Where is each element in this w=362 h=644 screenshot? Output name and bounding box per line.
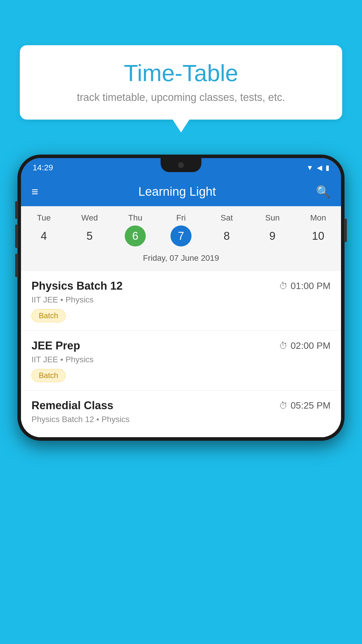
day-name: Tue [37,213,51,223]
day-number[interactable]: 8 [216,225,237,246]
volume-silent-button [15,201,18,219]
day-name: Sat [221,213,233,223]
day-name: Thu [128,213,142,223]
day-cell-fri[interactable]: Fri7 [164,213,198,246]
phone-frame: 14:29 ▼ ◀ ▮ ≡ Learning Light 🔍 Tue4We [17,155,345,441]
schedule-item[interactable]: Physics Batch 12⏱01:00 PMIIT JEE • Physi… [21,271,341,331]
clock-icon: ⏱ [279,401,288,411]
schedule-item-title: Physics Batch 12 [31,280,123,292]
time-text: 02:00 PM [291,340,331,351]
day-cell-tue[interactable]: Tue4 [26,213,61,246]
day-number[interactable]: 6 [125,225,146,246]
selected-date-label: Friday, 07 June 2019 [21,250,341,267]
app-title: Learning Light [138,185,216,199]
volume-down-button [15,254,18,277]
schedule-item-title: Remedial Class [31,399,113,412]
day-number[interactable]: 5 [79,225,100,246]
day-number[interactable]: 10 [307,225,328,246]
day-number[interactable]: 7 [171,225,191,246]
day-cell-mon[interactable]: Mon10 [301,213,335,246]
volume-up-button [15,225,18,248]
schedule-item-subtitle: IIT JEE • Physics [31,295,331,304]
day-name: Wed [81,213,98,223]
bubble-subtitle: track timetable, upcoming classes, tests… [37,91,325,104]
batch-tag: Batch [31,309,66,322]
day-cell-sat[interactable]: Sat8 [209,213,244,246]
schedule-item-header: Physics Batch 12⏱01:00 PM [31,280,331,292]
clock-icon: ⏱ [279,281,288,291]
schedule-item-subtitle: Physics Batch 12 • Physics [31,415,331,424]
app-toolbar: ≡ Learning Light 🔍 [21,177,341,206]
schedule-item-header: JEE Prep⏱02:00 PM [31,340,331,352]
speech-bubble: Time-Table track timetable, upcoming cla… [20,45,342,120]
schedule-item-subtitle: IIT JEE • Physics [31,355,331,364]
phone-wrapper: 14:29 ▼ ◀ ▮ ≡ Learning Light 🔍 Tue4We [17,155,345,644]
day-number[interactable]: 9 [262,225,283,246]
battery-icon: ▮ [326,164,329,172]
schedule-item[interactable]: Remedial Class⏱05:25 PMPhysics Batch 12 … [21,391,341,437]
day-name: Fri [176,213,186,223]
schedule-item-header: Remedial Class⏱05:25 PM [31,399,331,412]
hamburger-menu-icon[interactable]: ≡ [31,185,38,198]
clock-icon: ⏱ [279,341,288,351]
schedule-list: Physics Batch 12⏱01:00 PMIIT JEE • Physi… [21,271,341,437]
schedule-item[interactable]: JEE Prep⏱02:00 PMIIT JEE • PhysicsBatch [21,331,341,391]
notch [161,158,201,172]
time-text: 05:25 PM [291,400,331,411]
schedule-item-time: ⏱01:00 PM [279,281,331,291]
day-number[interactable]: 4 [33,225,54,246]
day-name: Sun [265,213,280,223]
day-cell-thu[interactable]: Thu6 [118,213,153,246]
search-icon[interactable]: 🔍 [316,185,331,199]
days-row: Tue4Wed5Thu6Fri7Sat8Sun9Mon10 [21,213,341,246]
day-name: Mon [310,213,326,223]
status-bar: 14:29 ▼ ◀ ▮ [21,158,341,177]
schedule-item-title: JEE Prep [31,340,80,352]
batch-tag: Batch [31,369,66,382]
calendar-strip: Tue4Wed5Thu6Fri7Sat8Sun9Mon10 Friday, 07… [21,206,341,271]
status-time: 14:29 [33,163,53,172]
day-cell-wed[interactable]: Wed5 [72,213,107,246]
schedule-item-time: ⏱02:00 PM [279,340,331,351]
power-button [344,219,347,242]
signal-icon: ◀ [317,164,322,172]
wifi-icon: ▼ [306,164,313,172]
status-icons: ▼ ◀ ▮ [306,164,329,172]
schedule-item-time: ⏱05:25 PM [279,400,331,411]
bubble-title: Time-Table [37,60,325,87]
camera [178,162,184,168]
phone-screen: 14:29 ▼ ◀ ▮ ≡ Learning Light 🔍 Tue4We [21,158,341,437]
time-text: 01:00 PM [291,281,331,291]
day-cell-sun[interactable]: Sun9 [255,213,290,246]
